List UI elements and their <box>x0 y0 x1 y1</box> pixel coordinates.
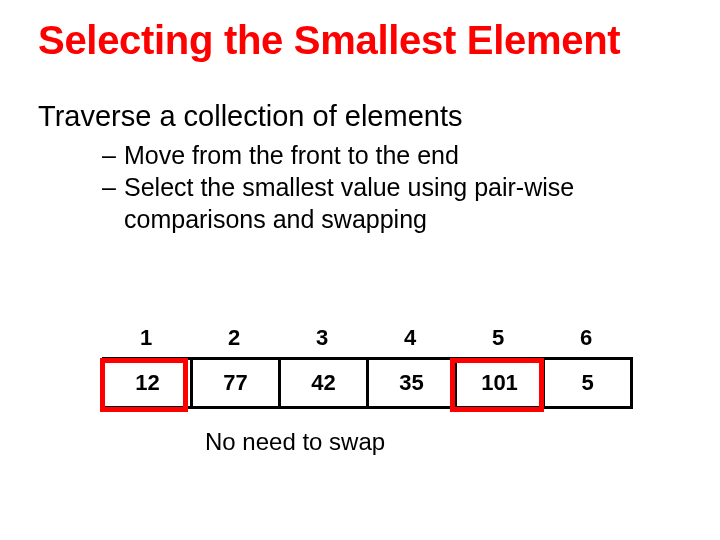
index-label: 4 <box>366 325 454 351</box>
array-cell: 35 <box>369 357 457 409</box>
index-label: 5 <box>454 325 542 351</box>
array-cell: 42 <box>281 357 369 409</box>
array-diagram: 1 2 3 4 5 6 12 77 42 35 101 5 <box>102 325 633 409</box>
index-label: 6 <box>542 325 630 351</box>
slide-title: Selecting the Smallest Element <box>38 18 682 62</box>
bullet-text: Move from the front to the end <box>124 139 459 171</box>
index-label: 3 <box>278 325 366 351</box>
cell-row: 12 77 42 35 101 5 <box>102 357 633 409</box>
bullet-dash-icon: – <box>102 171 124 235</box>
bullet-text: Select the smallest value using pair-wis… <box>124 171 682 235</box>
array-cell: 101 <box>457 357 545 409</box>
lead-text: Traverse a collection of elements <box>38 100 682 133</box>
index-label: 1 <box>102 325 190 351</box>
caption-text: No need to swap <box>205 428 385 456</box>
bullet-list: – Move from the front to the end – Selec… <box>102 139 682 235</box>
bullet-item: – Select the smallest value using pair-w… <box>102 171 682 235</box>
array-cell: 12 <box>105 357 193 409</box>
slide: Selecting the Smallest Element Traverse … <box>0 0 720 540</box>
array-cell: 77 <box>193 357 281 409</box>
array-cell: 5 <box>545 357 633 409</box>
index-label: 2 <box>190 325 278 351</box>
bullet-item: – Move from the front to the end <box>102 139 682 171</box>
bullet-dash-icon: – <box>102 139 124 171</box>
index-row: 1 2 3 4 5 6 <box>102 325 633 351</box>
